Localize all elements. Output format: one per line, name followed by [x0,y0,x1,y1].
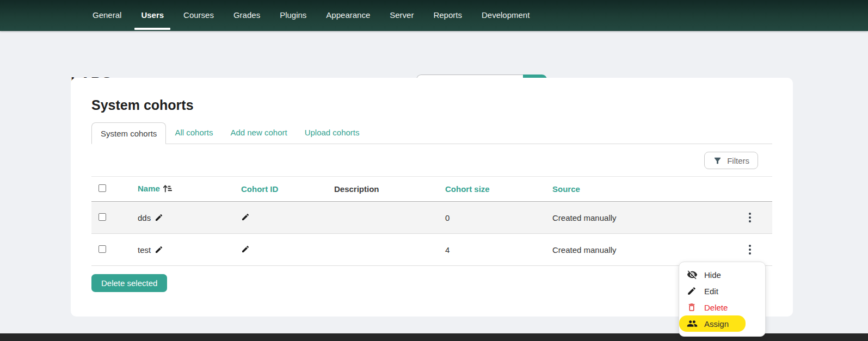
edit-name-pencil-icon[interactable] [155,245,163,254]
edit-cohort-id-pencil-icon[interactable] [241,245,250,253]
page-title: System cohorts [91,97,772,113]
nav-item-grades[interactable]: Grades [224,0,270,31]
row-checkbox[interactable] [99,245,106,253]
people-icon [687,318,698,329]
table-row: test 4 Created manually [91,234,772,266]
row-checkbox[interactable] [99,213,106,221]
filters-button[interactable]: Filters [704,152,758,169]
nav-item-general[interactable]: General [83,0,131,31]
menu-item-hide[interactable]: Hide [679,266,765,283]
nav-item-users[interactable]: Users [131,0,174,31]
select-all-checkbox[interactable] [99,184,106,192]
edit-cohort-id-pencil-icon[interactable] [241,213,250,221]
nav-item-server[interactable]: Server [380,0,423,31]
cohort-name: test [138,245,151,255]
sort-ascending-icon[interactable] [163,184,172,194]
menu-item-assign[interactable]: Assign [679,315,746,332]
eye-slash-icon [687,269,698,280]
tab-all-cohorts[interactable]: All cohorts [166,122,221,144]
row-actions-menu: Hide Edit Delete Assign [679,262,766,337]
tab-system-cohorts[interactable]: System cohorts [91,122,166,144]
menu-item-label: Edit [704,287,718,296]
tab-add-new-cohort[interactable]: Add new cohort [221,122,296,144]
column-header-cohort-size[interactable]: Cohort size [445,184,490,194]
menu-item-label: Delete [704,303,728,312]
row-actions-kebab-icon[interactable] [745,211,755,224]
tab-upload-cohorts[interactable]: Upload cohorts [296,122,368,144]
table-row: dds 0 Created manually [91,202,772,234]
cohort-tabs: System cohorts All cohorts Add new cohor… [91,122,772,144]
edit-name-pencil-icon[interactable] [155,213,163,222]
menu-item-delete[interactable]: Delete [679,299,765,315]
filters-label: Filters [727,156,749,165]
top-navbar: General Users Courses Grades Plugins App… [0,0,868,31]
filters-row: Filters [91,152,772,169]
menu-item-edit[interactable]: Edit [679,283,765,299]
nav-item-development[interactable]: Development [472,0,539,31]
page-header: LABS Dashboard › Site administration › U… [0,31,868,78]
menu-item-label: Assign [704,319,729,328]
admin-nav: General Users Courses Grades Plugins App… [83,0,539,31]
column-header-source[interactable]: Source [552,184,580,194]
nav-item-courses[interactable]: Courses [174,0,224,31]
funnel-icon [713,156,722,165]
cohorts-table: Name Cohort ID Description Cohort size S… [91,176,772,266]
row-actions-kebab-icon[interactable] [745,243,755,256]
cohort-size: 0 [445,213,450,222]
column-header-cohort-id[interactable]: Cohort ID [241,184,278,194]
trash-icon [687,302,698,313]
cohort-source: Created manually [552,245,617,255]
cohort-size: 4 [445,245,450,255]
pencil-icon [687,286,698,296]
nav-item-plugins[interactable]: Plugins [270,0,316,31]
cohort-source: Created manually [552,213,617,222]
table-header-row: Name Cohort ID Description Cohort size S… [91,177,772,202]
nav-item-reports[interactable]: Reports [423,0,472,31]
delete-selected-button[interactable]: Delete selected [91,274,167,292]
nav-item-appearance[interactable]: Appearance [316,0,380,31]
cohort-name: dds [138,213,151,222]
menu-item-label: Hide [704,270,721,280]
column-header-name[interactable]: Name [138,184,160,193]
column-header-description: Description [334,184,379,194]
